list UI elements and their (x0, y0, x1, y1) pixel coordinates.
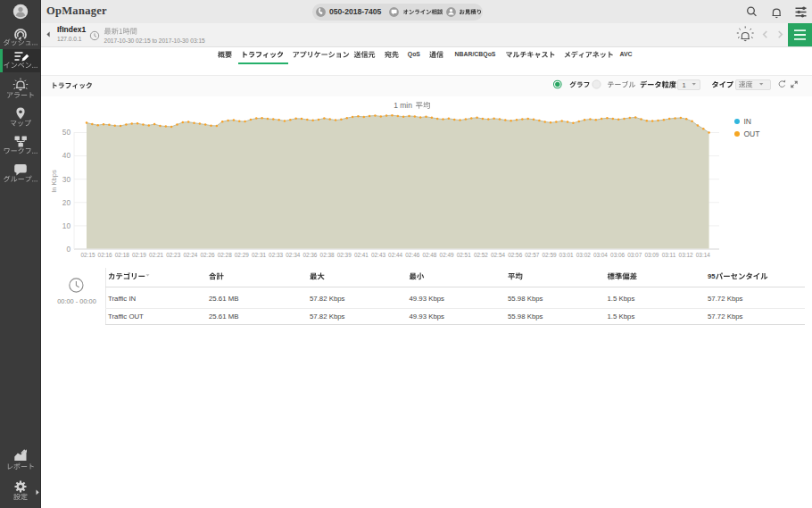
svg-text:02:46: 02:46 (405, 252, 419, 258)
svg-text:02:29: 02:29 (235, 252, 249, 258)
svg-text:02:15: 02:15 (81, 252, 95, 258)
svg-text:IN: IN (744, 117, 752, 126)
svg-text:02:57: 02:57 (525, 252, 539, 258)
svg-text:40: 40 (62, 151, 71, 160)
svg-text:02:24: 02:24 (183, 252, 197, 258)
svg-text:02:44: 02:44 (388, 252, 402, 258)
svg-text:03:14: 03:14 (696, 252, 710, 258)
svg-text:02:23: 02:23 (166, 252, 180, 258)
svg-text:03:09: 03:09 (644, 252, 659, 258)
svg-text:10: 10 (62, 221, 71, 230)
svg-text:02:18: 02:18 (115, 252, 129, 258)
svg-text:02:56: 02:56 (508, 252, 522, 258)
svg-text:02:19: 02:19 (132, 252, 146, 258)
svg-text:02:52: 02:52 (474, 252, 488, 258)
svg-text:03:02: 03:02 (576, 252, 591, 258)
svg-text:02:34: 02:34 (286, 252, 300, 258)
svg-text:02:49: 02:49 (440, 252, 454, 258)
svg-text:02:38: 02:38 (320, 252, 335, 258)
svg-text:02:54: 02:54 (491, 252, 505, 258)
svg-text:03:04: 03:04 (593, 252, 608, 258)
svg-text:03:06: 03:06 (610, 252, 625, 258)
svg-text:02:28: 02:28 (218, 252, 232, 258)
svg-text:03:12: 03:12 (679, 252, 693, 258)
svg-text:03:01: 03:01 (559, 252, 574, 258)
svg-text:02:16: 02:16 (98, 252, 112, 258)
svg-text:20: 20 (62, 198, 71, 207)
svg-text:1 min: 1 min (394, 101, 412, 110)
svg-text:OUT: OUT (744, 129, 760, 138)
svg-text:02:41: 02:41 (354, 252, 369, 258)
svg-text:02:36: 02:36 (302, 252, 317, 258)
svg-text:02:48: 02:48 (422, 252, 436, 258)
svg-text:02:26: 02:26 (201, 252, 215, 258)
svg-text:02:39: 02:39 (337, 252, 352, 258)
svg-text:02:51: 02:51 (457, 252, 471, 258)
svg-text:03:11: 03:11 (662, 252, 676, 258)
svg-text:02:33: 02:33 (269, 252, 283, 258)
svg-text:30: 30 (62, 175, 71, 184)
svg-text:03:07: 03:07 (627, 252, 642, 258)
svg-text:50: 50 (62, 128, 71, 137)
svg-text:02:59: 02:59 (543, 252, 557, 258)
svg-text:0: 0 (66, 245, 70, 254)
svg-text:In Kbps: In Kbps (50, 170, 58, 193)
svg-text:02:43: 02:43 (371, 252, 385, 258)
svg-text:02:31: 02:31 (252, 252, 266, 258)
svg-text:02:21: 02:21 (149, 252, 163, 258)
